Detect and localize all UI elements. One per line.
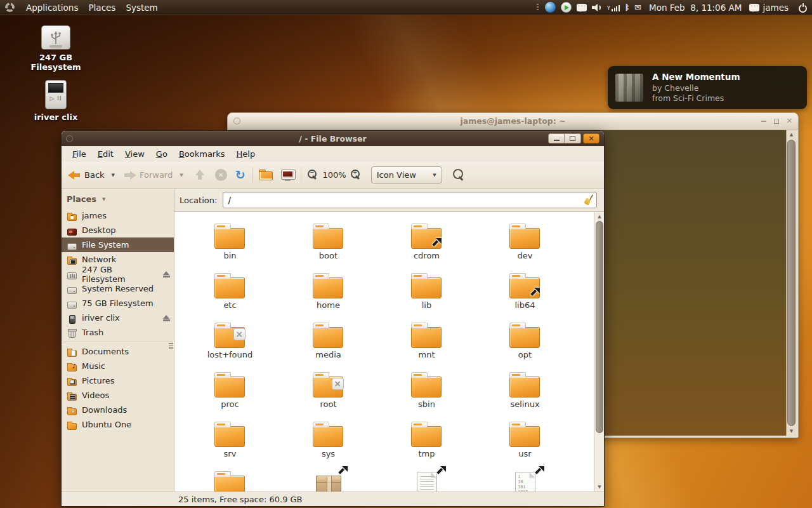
me-menu[interactable]: james (749, 3, 789, 13)
scroll-up-icon[interactable]: ▲ (787, 130, 796, 139)
zoom-level[interactable]: 100% (323, 170, 346, 180)
scroll-down-icon[interactable]: ▼ (787, 427, 796, 436)
file-icon-item[interactable]: root (279, 371, 377, 420)
file-browser-titlebar[interactable]: / - File Browser ✕ (62, 131, 604, 146)
sidebar-place-item[interactable]: Music (62, 359, 174, 373)
icon-view[interactable]: bin boot cdr (174, 211, 604, 491)
location-input[interactable] (223, 192, 597, 208)
zoom-in-icon[interactable] (351, 170, 362, 180)
file-icon-item[interactable]: proc (181, 371, 279, 420)
terminal-title: james@james-laptop: ~ (228, 116, 798, 126)
terminal-titlebar[interactable]: james@james-laptop: ~ ✕ (228, 113, 798, 130)
clock[interactable]: Mon Feb 8, 11:06 AM (649, 3, 742, 13)
close-icon[interactable]: ✕ (787, 118, 792, 124)
scrollbar-track[interactable] (787, 139, 796, 427)
file-icon-item[interactable]: lib (377, 272, 476, 321)
scroll-up-icon[interactable]: ▲ (595, 212, 604, 221)
sidebar-place-item[interactable]: Pictures (62, 373, 174, 388)
up-button[interactable] (194, 170, 206, 181)
terminal-scrollbar[interactable]: ▲ ▼ (786, 130, 796, 436)
file-icon-item[interactable]: srv (181, 420, 279, 470)
file-icon-item[interactable]: selinux (476, 371, 574, 420)
file-icon-item[interactable]: mnt (377, 321, 476, 371)
file-icon-item[interactable]: usr (476, 420, 574, 470)
indicator-chat-icon[interactable] (577, 4, 587, 11)
scrollbar-thumb[interactable] (787, 140, 796, 426)
stop-button[interactable]: ✕ (215, 169, 227, 181)
forward-history-dropdown[interactable]: ▼ (180, 173, 183, 178)
menubar-item[interactable]: Go (150, 147, 173, 161)
sidebar-place-item[interactable]: File System (62, 237, 174, 252)
file-icon-item[interactable]: etc (181, 272, 279, 321)
file-icon-item[interactable]: tmp (377, 420, 476, 470)
applet-grip[interactable] (537, 4, 539, 11)
file-icon-item[interactable] (279, 470, 377, 491)
file-icon-item[interactable]: dev (476, 222, 574, 272)
panel-menu-item[interactable]: Places (83, 1, 121, 15)
close-button[interactable]: ✕ (583, 133, 599, 144)
sidebar-place-item[interactable]: Videos (62, 388, 174, 403)
exaile-tray-icon[interactable] (545, 2, 556, 13)
scrollbar-thumb[interactable] (596, 221, 603, 433)
sidebar-place-item[interactable]: Desktop (62, 223, 174, 237)
sidebar-place-item[interactable]: Trash (62, 325, 174, 340)
network-signal-icon[interactable]: Y (607, 4, 620, 11)
file-icon-item[interactable]: media (279, 321, 377, 371)
forward-button[interactable]: Forward (123, 170, 173, 181)
menubar-item[interactable]: View (119, 147, 150, 161)
file-icon-item[interactable]: cdrom (377, 222, 476, 272)
sidebar-place-item[interactable]: 247 GB Filesystem (62, 267, 174, 281)
power-icon[interactable] (797, 3, 807, 12)
places-header[interactable]: Places ▼ (62, 189, 174, 208)
file-icon-item[interactable]: sbin (377, 371, 476, 420)
file-icon-item[interactable] (181, 470, 279, 491)
play-status-icon[interactable] (561, 2, 572, 13)
ubuntu-logo-icon[interactable] (5, 3, 15, 12)
menubar-item[interactable]: File (67, 147, 92, 161)
desktop-icon-filesystem[interactable]: 247 GB Filesystem (16, 25, 95, 72)
sidebar-place-item[interactable]: 75 GB Filesystem (62, 296, 174, 311)
maximize-button[interactable] (565, 133, 581, 144)
sidebar-place-item[interactable]: Ubuntu One (62, 417, 174, 432)
sidebar-place-item[interactable]: james (62, 208, 174, 223)
zoom-out-icon[interactable] (308, 170, 318, 180)
file-icon-item[interactable] (377, 470, 476, 491)
file-icon-item[interactable]: opt (476, 321, 574, 371)
eject-icon[interactable] (162, 271, 170, 277)
clear-location-icon[interactable] (584, 195, 593, 205)
sidebar-place-item[interactable]: iriver clix (62, 311, 174, 325)
file-icon-item[interactable]: sys (279, 420, 377, 470)
file-icon-item[interactable]: home (279, 272, 377, 321)
menubar-item[interactable]: Help (231, 147, 261, 161)
vertical-scrollbar[interactable]: ▲ ▼ (594, 212, 604, 491)
sidebar-place-item[interactable]: Documents (62, 344, 174, 359)
maximize-icon[interactable] (774, 119, 779, 124)
panel-menu-item[interactable]: System (121, 1, 162, 15)
pane-splitter-grip[interactable] (169, 343, 173, 350)
volume-icon[interactable] (592, 3, 602, 12)
sidebar-place-item[interactable]: Downloads (62, 403, 174, 417)
file-icon-item[interactable] (476, 470, 574, 491)
bluetooth-icon[interactable]: ᛒ (625, 4, 629, 11)
mail-icon[interactable]: ✉ (634, 3, 641, 11)
home-button[interactable] (259, 170, 273, 180)
desktop-icon-iriver[interactable]: ▷ II iriver clix (16, 80, 95, 122)
back-history-dropdown[interactable]: ▼ (112, 173, 115, 178)
file-icon-item[interactable]: lost+found (181, 321, 279, 371)
computer-button[interactable] (281, 170, 294, 181)
sidebar-place-item[interactable]: System Reserved (62, 281, 174, 296)
file-icon-item[interactable]: boot (279, 222, 377, 272)
minimize-button[interactable] (548, 133, 565, 144)
scroll-down-icon[interactable]: ▼ (595, 483, 604, 491)
eject-icon[interactable] (162, 315, 170, 321)
file-icon-item[interactable]: lib64 (476, 272, 574, 321)
menubar-item[interactable]: Edit (92, 147, 119, 161)
menubar-item[interactable]: Bookmarks (173, 147, 231, 161)
back-button[interactable]: Back (68, 170, 105, 181)
view-mode-dropdown[interactable]: Icon View ▼ (371, 166, 442, 184)
file-icon-item[interactable]: bin (181, 222, 279, 272)
search-icon[interactable] (453, 169, 466, 182)
minimize-icon[interactable] (761, 121, 766, 122)
refresh-button[interactable]: ↻ (235, 169, 246, 181)
panel-menu-item[interactable]: Applications (21, 1, 83, 15)
